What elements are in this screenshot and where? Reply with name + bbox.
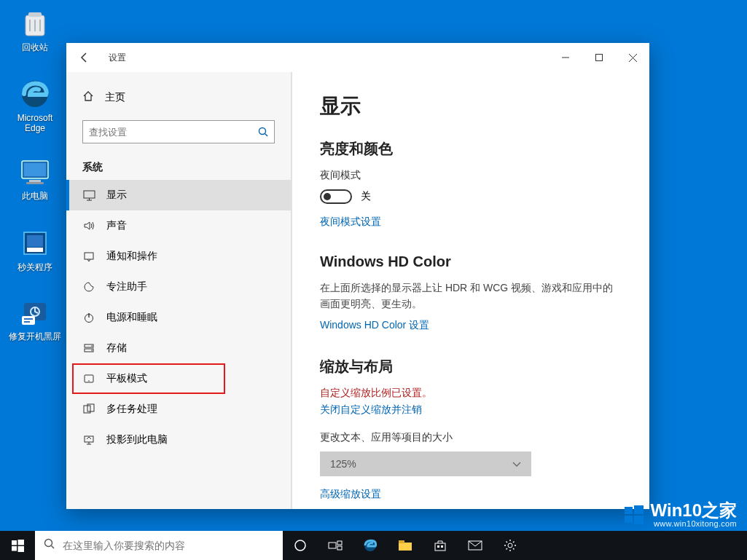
nav-item-display[interactable]: 显示 (66, 180, 291, 210)
edge-icon (17, 76, 52, 111)
highlight-annotation (72, 363, 225, 394)
watermark-sub: www.win10xitong.com (651, 519, 737, 528)
svg-rect-14 (24, 321, 30, 323)
desktop-icon-label: 回收站 (22, 42, 48, 52)
settings-sidebar: 主页 系统 显示 声音 通知和操作 专注助手 (66, 72, 292, 509)
desktop-icon-recycle-bin[interactable]: 回收站 (7, 6, 63, 52)
nav-item-sound[interactable]: 声音 (66, 210, 291, 241)
nav-item-project[interactable]: 投影到此电脑 (66, 425, 291, 455)
svg-rect-9 (27, 248, 43, 252)
task-view-icon[interactable] (318, 531, 353, 560)
settings-content: 显示 亮度和颜色 夜间模式 关 夜间模式设置 Windows HD Color … (292, 72, 649, 509)
search-input[interactable] (83, 127, 252, 138)
hdcolor-description: 在上面所选择的显示器上让 HDR 和 WCG 视频、游戏和应用中的画面更明亮、更… (320, 280, 622, 312)
svg-point-44 (45, 540, 52, 547)
svg-rect-12 (22, 316, 35, 325)
svg-point-30 (91, 350, 93, 351)
taskbar-store-icon[interactable] (423, 531, 458, 560)
nav-item-storage[interactable]: 存储 (66, 333, 291, 363)
maximize-button[interactable] (582, 46, 616, 69)
dropdown-value: 125% (330, 458, 356, 470)
search-icon (44, 538, 55, 553)
svg-rect-13 (24, 318, 33, 320)
svg-rect-54 (437, 545, 439, 548)
fix-blackscreen-icon (17, 295, 52, 330)
nav-item-focus-assist[interactable]: 专注助手 (66, 272, 291, 302)
minimize-button[interactable] (549, 46, 582, 69)
svg-point-29 (91, 345, 93, 347)
scaling-dropdown[interactable]: 125% (320, 451, 531, 476)
watermark: Win10之家 www.win10xitong.com (623, 502, 737, 528)
svg-line-20 (265, 133, 267, 136)
category-label: 系统 (66, 151, 291, 180)
svg-rect-52 (399, 540, 404, 543)
close-button[interactable] (616, 46, 649, 69)
settings-window: 设置 主页 系统 显示 声音 (66, 43, 649, 509)
svg-rect-16 (596, 55, 603, 61)
nav-label: 投影到此电脑 (106, 433, 168, 446)
desktop-icon-this-pc[interactable]: 此电脑 (7, 154, 63, 201)
sidebar-search[interactable] (82, 120, 275, 143)
svg-rect-42 (12, 546, 17, 551)
power-icon (82, 311, 95, 324)
home-button[interactable]: 主页 (66, 83, 291, 111)
taskbar-edge-icon[interactable] (353, 531, 388, 560)
nav-label: 专注助手 (106, 280, 147, 293)
titlebar: 设置 (66, 43, 649, 72)
focus-icon (82, 280, 95, 293)
svg-rect-37 (634, 505, 644, 514)
reset-scaling-link[interactable]: 关闭自定义缩放并注销 (320, 403, 422, 417)
nav-item-power-sleep[interactable]: 电源和睡眠 (66, 302, 291, 333)
svg-rect-8 (27, 235, 43, 247)
svg-rect-5 (29, 180, 41, 182)
taskbar-mail-icon[interactable] (458, 531, 493, 560)
night-mode-settings-link[interactable]: 夜间模式设置 (320, 216, 622, 229)
svg-rect-49 (337, 546, 342, 550)
taskbar-search[interactable] (35, 531, 283, 560)
windows-logo-icon (623, 504, 645, 526)
svg-rect-53 (435, 543, 445, 551)
back-button[interactable] (74, 47, 95, 68)
page-title: 显示 (320, 92, 622, 120)
desktop-icon-fix-blackscreen[interactable]: 修复开机黑屏 (7, 295, 63, 342)
section-scaling-heading: 缩放与布局 (320, 357, 622, 376)
svg-line-45 (52, 546, 55, 549)
nav-label: 通知和操作 (106, 250, 157, 263)
project-icon (82, 433, 95, 446)
toggle-state-label: 关 (361, 190, 371, 203)
nav-item-notifications[interactable]: 通知和操作 (66, 241, 291, 272)
desktop-icon-quick-shutdown[interactable]: 秒关程序 (7, 226, 63, 272)
nav-label: 电源和睡眠 (106, 311, 157, 324)
notify-icon (82, 250, 95, 263)
svg-rect-1 (28, 12, 42, 17)
nav-label: 声音 (106, 219, 127, 232)
scaling-warning: 自定义缩放比例已设置。 (320, 387, 622, 400)
svg-rect-24 (85, 253, 93, 259)
night-mode-toggle[interactable] (320, 189, 352, 204)
sound-icon (82, 219, 95, 232)
cortana-icon[interactable] (283, 531, 318, 560)
start-button[interactable] (0, 531, 35, 560)
hdcolor-settings-link[interactable]: Windows HD Color 设置 (320, 319, 622, 332)
desktop-icon-edge[interactable]: Microsoft Edge (7, 76, 63, 133)
section-brightness-heading: 亮度和颜色 (320, 139, 622, 159)
taskbar (0, 531, 747, 560)
pc-icon (17, 154, 52, 189)
svg-rect-21 (84, 191, 95, 198)
text-size-label: 更改文本、应用等项目的大小 (320, 431, 622, 444)
svg-rect-47 (329, 543, 336, 548)
nav-label: 存储 (106, 342, 127, 355)
advanced-scaling-link[interactable]: 高级缩放设置 (320, 488, 622, 501)
svg-rect-43 (17, 546, 24, 552)
svg-rect-48 (337, 541, 342, 545)
night-mode-label: 夜间模式 (320, 169, 622, 182)
home-icon (82, 90, 94, 104)
taskbar-settings-icon[interactable] (493, 531, 528, 560)
desktop-icon-label: 秒关程序 (17, 262, 52, 272)
taskbar-search-input[interactable] (63, 540, 274, 551)
svg-point-19 (259, 127, 265, 134)
nav-item-multitasking[interactable]: 多任务处理 (66, 394, 291, 425)
display-icon (82, 189, 95, 202)
taskbar-explorer-icon[interactable] (388, 531, 423, 560)
recycle-bin-icon (17, 6, 52, 41)
